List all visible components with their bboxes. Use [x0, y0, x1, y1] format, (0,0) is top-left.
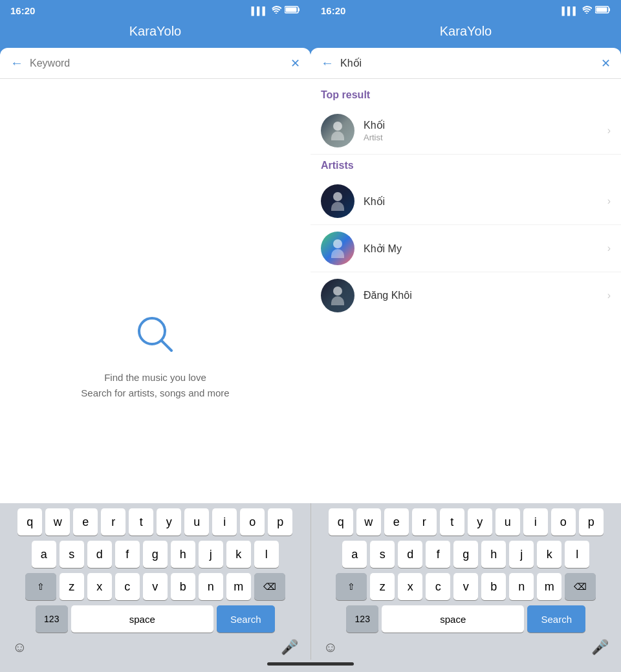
- key-z-left[interactable]: z: [60, 573, 84, 600]
- key-c-right[interactable]: c: [426, 573, 450, 600]
- key-k-right[interactable]: k: [537, 541, 561, 568]
- left-kb-row-3: ⇧ z x c v b n m ⌫: [2, 573, 309, 600]
- left-kb-bottom-row: 123 space Search: [2, 605, 309, 633]
- key-h-right[interactable]: h: [481, 541, 506, 568]
- key-o-right[interactable]: o: [551, 508, 576, 536]
- right-battery-icon: [595, 6, 611, 16]
- search-button-right[interactable]: Search: [527, 605, 585, 633]
- key-p-right[interactable]: p: [579, 508, 604, 536]
- artist-item-dangKhoi[interactable]: Đăng Khôi ›: [310, 272, 621, 319]
- artist-info-khoiMy: Khởi My: [364, 243, 598, 255]
- key-shift-left[interactable]: ⇧: [25, 573, 56, 600]
- key-h-left[interactable]: h: [171, 541, 195, 568]
- key-g-left[interactable]: g: [143, 541, 168, 568]
- key-r-right[interactable]: r: [412, 508, 437, 536]
- key-w-right[interactable]: w: [356, 508, 381, 536]
- key-t-right[interactable]: t: [440, 508, 464, 536]
- right-time: 16:20: [321, 5, 345, 16]
- right-search-input[interactable]: [340, 58, 594, 69]
- top-result-name: Khối: [364, 119, 598, 131]
- keyboard-overlay: q w e r t y u i o p a s d f g h j k l: [0, 503, 621, 672]
- svg-line-4: [162, 341, 171, 351]
- right-keyboard: q w e r t y u i o p a s d f g h j k l: [311, 503, 622, 660]
- left-empty-text: Find the music you love Search for artis…: [81, 370, 229, 401]
- key-backspace-right[interactable]: ⌫: [565, 573, 596, 600]
- key-r-left[interactable]: r: [101, 508, 125, 536]
- key-j-left[interactable]: j: [199, 541, 223, 568]
- emoji-icon-left[interactable]: ☺: [12, 639, 27, 656]
- key-g-right[interactable]: g: [453, 541, 478, 568]
- top-result-type: Artist: [364, 133, 598, 142]
- left-clear-button[interactable]: ✕: [290, 56, 300, 70]
- key-f-right[interactable]: f: [426, 541, 450, 568]
- key-t-left[interactable]: t: [129, 508, 153, 536]
- key-q-right[interactable]: q: [329, 508, 353, 536]
- right-search-bar: ← ✕: [310, 48, 621, 79]
- key-i-left[interactable]: i: [212, 508, 237, 536]
- key-y-right[interactable]: y: [468, 508, 492, 536]
- key-q-left[interactable]: q: [17, 508, 42, 536]
- key-k-left[interactable]: k: [226, 541, 251, 568]
- key-x-left[interactable]: x: [87, 573, 112, 600]
- key-b-right[interactable]: b: [481, 573, 506, 600]
- top-result-item[interactable]: Khối Artist ›: [310, 107, 621, 155]
- key-x-right[interactable]: x: [398, 573, 422, 600]
- key-v-right[interactable]: v: [453, 573, 478, 600]
- emoji-icon-right[interactable]: ☺: [323, 639, 338, 656]
- top-result-info: Khối Artist: [364, 119, 598, 142]
- key-123-left[interactable]: 123: [36, 605, 68, 633]
- home-indicator: [267, 662, 354, 666]
- key-b-left[interactable]: b: [171, 573, 195, 600]
- key-n-left[interactable]: n: [199, 573, 223, 600]
- key-s-left[interactable]: s: [60, 541, 84, 568]
- key-d-left[interactable]: d: [87, 541, 112, 568]
- search-button-left[interactable]: Search: [217, 605, 275, 633]
- key-y-left[interactable]: y: [157, 508, 181, 536]
- top-result-avatar: [321, 114, 354, 147]
- key-space-right[interactable]: space: [382, 605, 524, 633]
- key-123-right[interactable]: 123: [346, 605, 378, 633]
- mic-icon-right[interactable]: 🎤: [591, 639, 609, 656]
- key-u-left[interactable]: u: [184, 508, 209, 536]
- svg-rect-7: [596, 8, 607, 12]
- key-a-right[interactable]: a: [342, 541, 367, 568]
- artist-item-khoiMy[interactable]: Khởi My ›: [310, 225, 621, 272]
- right-clear-button[interactable]: ✕: [601, 56, 611, 70]
- left-back-button[interactable]: ←: [10, 56, 23, 70]
- key-c-left[interactable]: c: [115, 573, 140, 600]
- key-j-right[interactable]: j: [509, 541, 534, 568]
- key-z-right[interactable]: z: [370, 573, 395, 600]
- left-search-input[interactable]: [30, 58, 284, 69]
- key-backspace-left[interactable]: ⌫: [254, 573, 285, 600]
- key-m-left[interactable]: m: [226, 573, 251, 600]
- key-l-left[interactable]: l: [254, 541, 279, 568]
- key-m-right[interactable]: m: [537, 573, 561, 600]
- key-a-left[interactable]: a: [32, 541, 56, 568]
- key-i-right[interactable]: i: [523, 508, 548, 536]
- key-n-right[interactable]: n: [509, 573, 534, 600]
- key-shift-right[interactable]: ⇧: [336, 573, 367, 600]
- right-status-bar: 16:20 ▌▌▌: [310, 0, 621, 19]
- key-w-left[interactable]: w: [45, 508, 70, 536]
- key-u-right[interactable]: u: [496, 508, 520, 536]
- wifi-icon: [271, 6, 281, 16]
- key-space-left[interactable]: space: [71, 605, 213, 633]
- right-back-button[interactable]: ←: [321, 56, 334, 70]
- mic-icon-left[interactable]: 🎤: [281, 639, 298, 656]
- artist-name-khoi: Khối: [364, 195, 598, 208]
- key-f-left[interactable]: f: [115, 541, 140, 568]
- artist-info-khoi: Khối: [364, 195, 598, 208]
- key-l-right[interactable]: l: [565, 541, 589, 568]
- key-e-left[interactable]: e: [73, 508, 98, 536]
- key-o-left[interactable]: o: [240, 508, 265, 536]
- artist-chevron-khoi: ›: [607, 195, 611, 207]
- right-kb-icons: ☺ 🎤: [313, 636, 620, 660]
- key-d-right[interactable]: d: [398, 541, 422, 568]
- key-v-left[interactable]: v: [143, 573, 168, 600]
- artist-chevron-khoiMy: ›: [607, 243, 611, 254]
- left-kb-icons: ☺ 🎤: [2, 636, 309, 660]
- artist-item-khoi[interactable]: Khối ›: [310, 178, 621, 225]
- key-s-right[interactable]: s: [370, 541, 395, 568]
- key-e-right[interactable]: e: [384, 508, 409, 536]
- key-p-left[interactable]: p: [268, 508, 292, 536]
